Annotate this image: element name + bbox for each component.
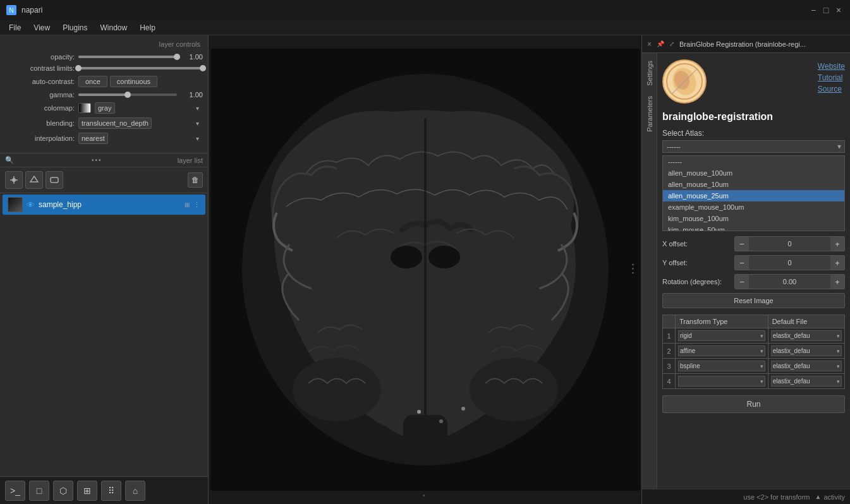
source-link[interactable]: Source	[818, 85, 845, 93]
colormap-select[interactable]: gray	[95, 102, 115, 114]
y-offset-increment[interactable]: +	[830, 256, 844, 270]
atlas-label: Select Atlas:	[662, 129, 845, 138]
activity-label: activity	[823, 493, 845, 501]
canvas-dots-right: •••	[629, 263, 636, 276]
menu-item-view[interactable]: View	[27, 22, 56, 33]
transform-table: Transform Type Default File 1rigidaffine…	[662, 315, 845, 389]
rotation-increment[interactable]: +	[830, 275, 844, 289]
row-num-4: 4	[663, 374, 676, 389]
layer-expand-button[interactable]: ⊞	[185, 201, 190, 208]
layer-list-dots[interactable]: •••	[92, 157, 102, 164]
transform-file-select-3[interactable]: elastix_defau	[771, 361, 842, 371]
minimize-button[interactable]: −	[808, 5, 818, 15]
atlas-dropdown[interactable]: ------ ▾	[662, 140, 845, 153]
contrast-control: contrast limits:	[5, 64, 203, 72]
row-num-2: 2	[663, 344, 676, 359]
plugin-pin-button[interactable]: 📌	[657, 40, 664, 47]
transform-file-select-1[interactable]: elastix_defau	[771, 330, 842, 341]
layer-visibility-toggle[interactable]: 👁	[27, 200, 35, 210]
svg-rect-4	[51, 177, 58, 183]
run-button[interactable]: Run	[662, 395, 845, 413]
auto-contrast-buttons: once continuous	[78, 76, 157, 87]
transform-type-select-3[interactable]: rigidaffinebspline	[678, 361, 765, 371]
transform-file-cell-2: elastix_defau	[768, 344, 844, 359]
colormap-preview	[78, 103, 91, 113]
search-icon: 🔍	[5, 156, 14, 164]
atlas-option-kim50[interactable]: kim_mouse_50um	[663, 224, 844, 231]
atlas-option-allen100[interactable]: allen_mouse_100um	[663, 167, 844, 179]
close-button[interactable]: ×	[834, 5, 844, 15]
atlas-option-kim100[interactable]: kim_mouse_100um	[663, 213, 844, 224]
add-shapes-button[interactable]	[25, 171, 43, 189]
menu-item-help[interactable]: Help	[133, 22, 162, 33]
transform-row-1: 1rigidaffinebsplineelastix_defau	[663, 328, 845, 344]
transform-file-select-2[interactable]: elastix_defau	[771, 345, 842, 356]
console-button[interactable]: >_	[5, 481, 25, 501]
opacity-control: opacity: 1.00	[5, 53, 203, 61]
add-points-button[interactable]	[5, 171, 23, 189]
home-button[interactable]: ⌂	[125, 481, 145, 501]
atlas-option-example100[interactable]: example_mouse_100um	[663, 201, 844, 213]
continuous-button[interactable]: continuous	[110, 76, 157, 87]
add-labels-button[interactable]	[46, 171, 63, 189]
interpolation-select[interactable]: nearest	[78, 133, 108, 144]
svg-point-12	[461, 407, 465, 411]
plugin-expand-button[interactable]: ⤢	[669, 40, 674, 47]
website-link[interactable]: Website	[818, 62, 845, 71]
app-title: napari	[21, 6, 808, 15]
blending-select[interactable]: translucent_no_depth	[78, 117, 152, 129]
atlas-option-allen10[interactable]: allen_mouse_10um	[663, 179, 844, 190]
layer-more-button[interactable]: ⋮	[193, 201, 200, 209]
menu-item-window[interactable]: Window	[94, 22, 134, 33]
menu-item-file[interactable]: File	[3, 22, 27, 33]
plugin-close-button[interactable]: ×	[647, 40, 652, 49]
contrast-label: contrast limits:	[5, 64, 75, 72]
once-button[interactable]: once	[78, 76, 107, 87]
transform-row-3: 3rigidaffinebsplineelastix_defau	[663, 359, 845, 374]
window-controls: − □ ×	[808, 5, 844, 15]
transform-type-select-4[interactable]: rigidaffinebspline	[678, 376, 765, 387]
tab-parameters[interactable]: Parameters	[643, 91, 656, 137]
atlas-option-allen25[interactable]: allen_mouse_25um	[663, 190, 844, 201]
transform-type-select-1[interactable]: rigidaffinebspline	[678, 330, 765, 341]
canvas-area[interactable]: ••• •	[209, 35, 641, 504]
contrast-slider[interactable]	[78, 67, 203, 69]
atlas-option-separator[interactable]: ------	[663, 156, 844, 167]
transform-row-4: 4rigidaffinebsplineelastix_defau	[663, 374, 845, 389]
plugin-name: brainglobe-registration	[662, 111, 845, 123]
colormap-control: colormap: gray	[5, 102, 203, 114]
menu-item-plugins[interactable]: Plugins	[56, 22, 94, 33]
plugin-main: Website Tutorial Source brainglobe-regis…	[657, 53, 850, 489]
titlebar: N napari − □ ×	[0, 0, 850, 20]
transform-file-select-4[interactable]: elastix_defau	[771, 376, 842, 387]
atlas-dropdown-value: ------	[667, 143, 681, 150]
x-offset-decrement[interactable]: −	[735, 237, 749, 251]
gamma-label: gamma:	[5, 91, 75, 99]
3d-view-button[interactable]: ⬡	[53, 481, 73, 501]
activity-button[interactable]: ▲ activity	[815, 493, 845, 501]
reset-image-button[interactable]: Reset Image	[662, 293, 845, 308]
x-offset-row: X offset: − 0 +	[662, 236, 845, 251]
right-panel: × 📌 ⤢ BrainGlobe Registration (brainlobe…	[641, 35, 850, 504]
x-offset-value: 0	[749, 239, 830, 249]
gamma-slider[interactable]	[78, 93, 177, 96]
x-offset-increment[interactable]: +	[830, 237, 844, 251]
grid-button[interactable]: ⠿	[101, 481, 121, 501]
2d-view-button[interactable]: □	[29, 481, 49, 501]
opacity-slider[interactable]	[78, 56, 177, 58]
blending-control: blending: translucent_no_depth	[5, 117, 203, 129]
y-offset-row: Y offset: − 0 +	[662, 255, 845, 270]
y-offset-decrement[interactable]: −	[735, 256, 749, 270]
tab-settings[interactable]: Settings	[643, 56, 656, 91]
colormap-label: colormap:	[5, 104, 75, 112]
layer-item[interactable]: 👁 sample_hipp ⊞ ⋮	[3, 195, 205, 215]
rotation-decrement[interactable]: −	[735, 275, 749, 289]
tutorial-link[interactable]: Tutorial	[818, 73, 845, 82]
flip-button[interactable]: ⊞	[77, 481, 97, 501]
delete-layer-button[interactable]: 🗑	[188, 172, 203, 188]
transform-type-select-2[interactable]: rigidaffinebspline	[678, 345, 765, 356]
maximize-button[interactable]: □	[821, 5, 831, 15]
layer-thumbnail	[8, 197, 23, 212]
layer-name: sample_hipp	[39, 200, 181, 209]
default-file-header: Default File	[768, 315, 844, 328]
